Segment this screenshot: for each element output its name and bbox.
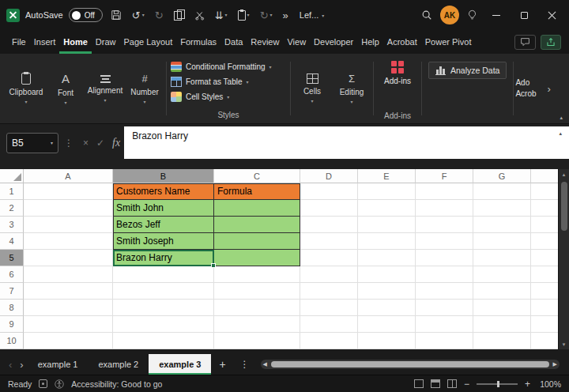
tab-draw[interactable]: Draw — [92, 30, 120, 54]
chevron-right-icon[interactable]: › — [545, 55, 552, 122]
page-layout-view-button[interactable] — [431, 379, 440, 388]
cell-F7[interactable] — [416, 283, 473, 300]
cell-E10[interactable] — [358, 333, 416, 349]
cell-B8[interactable] — [113, 300, 214, 316]
feedback-button[interactable] — [465, 8, 480, 22]
macro-record-icon[interactable] — [39, 379, 47, 388]
cell-E9[interactable] — [358, 316, 416, 333]
row-header-4[interactable]: 4 — [0, 233, 24, 250]
scroll-left-icon[interactable]: ◀ — [263, 361, 267, 368]
cell-B3[interactable]: Bezos Jeff — [113, 217, 214, 233]
search-button[interactable] — [419, 8, 435, 22]
cell-D5[interactable] — [300, 250, 358, 266]
formula-input[interactable]: Brazon Harry ▴ — [124, 126, 569, 159]
tab-data[interactable]: Data — [220, 30, 247, 54]
share-button[interactable] — [541, 35, 561, 50]
paste-button[interactable]: ▾ — [236, 9, 252, 22]
cell-B9[interactable] — [113, 316, 214, 333]
cell-E2[interactable] — [358, 200, 416, 217]
collapse-ribbon-icon[interactable]: ▴ — [560, 115, 563, 121]
cell-E3[interactable] — [358, 217, 416, 233]
cut-button[interactable] — [192, 9, 207, 22]
cell-G8[interactable] — [473, 300, 531, 316]
styles-item-cell-styles[interactable]: Cell Styles▾ — [171, 89, 286, 104]
scroll-down-icon[interactable]: ▼ — [559, 339, 569, 349]
styles-item-format-as-table[interactable]: Format as Table▾ — [171, 74, 286, 89]
cancel-entry-button[interactable]: × — [83, 138, 89, 149]
sheet-nav-left-icon[interactable]: ‹ — [5, 359, 16, 371]
cell-A8[interactable] — [24, 300, 113, 316]
cell-E8[interactable] — [358, 300, 416, 316]
analyze-data-button[interactable]: Analyze Data — [428, 62, 507, 79]
horizontal-scrollbar[interactable]: ◀ ▶ — [261, 360, 560, 369]
tab-file[interactable]: File — [8, 30, 30, 54]
cell-C3[interactable] — [214, 217, 300, 233]
cell-F8[interactable] — [416, 300, 473, 316]
cell-D2[interactable] — [300, 200, 358, 217]
horizontal-scroll-thumb[interactable] — [271, 361, 549, 368]
cell-C8[interactable] — [214, 300, 300, 316]
cell-D9[interactable] — [300, 316, 358, 333]
cell-A7[interactable] — [24, 283, 113, 300]
cell-C5[interactable] — [214, 250, 300, 266]
sheet-tab-example-1[interactable]: example 1 — [28, 354, 89, 375]
cell-C6[interactable] — [214, 266, 300, 283]
cell-D8[interactable] — [300, 300, 358, 316]
select-all-corner[interactable] — [0, 169, 24, 183]
ribbon-group-font[interactable]: AFont▾ — [46, 55, 85, 122]
excel-logo[interactable] — [6, 9, 20, 22]
sheet-nav-right-icon[interactable]: › — [16, 359, 27, 371]
tab-view[interactable]: View — [283, 30, 310, 54]
cell-F10[interactable] — [416, 333, 473, 349]
column-header-B[interactable]: B — [113, 169, 214, 183]
cell-G7[interactable] — [473, 283, 531, 300]
cell-D6[interactable] — [300, 266, 358, 283]
cell-F4[interactable] — [416, 233, 473, 250]
row-header-1[interactable]: 1 — [0, 183, 24, 200]
tab-acrobat[interactable]: Acrobat — [383, 30, 421, 54]
cell-E7[interactable] — [358, 283, 416, 300]
row-header-7[interactable]: 7 — [0, 283, 24, 300]
row-header-6[interactable]: 6 — [0, 266, 24, 283]
ribbon-group-alignment[interactable]: Alignment▾ — [85, 55, 125, 122]
vertical-scroll-thumb[interactable] — [561, 182, 567, 231]
ribbon-group-clipboard[interactable]: Clipboard▾ — [6, 55, 46, 122]
add-ins-button[interactable]: Add-ins — [384, 61, 411, 85]
row-header-3[interactable]: 3 — [0, 217, 24, 233]
zoom-slider[interactable] — [477, 383, 518, 385]
cell-E1[interactable] — [358, 183, 416, 200]
styles-item-conditional-formatting[interactable]: Conditional Formatting▾ — [171, 59, 286, 74]
ribbon-group-number[interactable]: #Number▾ — [125, 55, 164, 122]
formula-bar-expand-icon[interactable]: ▴ — [559, 130, 562, 137]
cell-F6[interactable] — [416, 266, 473, 283]
formula-bar-divider[interactable]: ⋮ — [64, 138, 73, 149]
sheet-tab-example-3[interactable]: example 3 — [149, 354, 211, 375]
ribbon-group-cells[interactable]: Cells▾ — [292, 55, 332, 122]
cell-C7[interactable] — [214, 283, 300, 300]
vertical-scrollbar[interactable]: ▲ ▼ — [558, 169, 569, 349]
normal-view-button[interactable] — [414, 379, 424, 388]
column-header-D[interactable]: D — [300, 169, 358, 183]
cell-F5[interactable] — [416, 250, 473, 266]
cell-B6[interactable] — [113, 266, 214, 283]
undo-button[interactable]: ↺▾ — [130, 9, 147, 22]
cell-C1[interactable]: Formula — [214, 183, 300, 200]
cell-B5[interactable]: Brazon Harry — [113, 250, 214, 266]
cell-C4[interactable] — [214, 233, 300, 250]
cell-A5[interactable] — [24, 250, 113, 266]
zoom-in-button[interactable]: + — [525, 379, 530, 389]
cell-B4[interactable]: Smith Joseph — [113, 233, 214, 250]
cell-E5[interactable] — [358, 250, 416, 266]
cell-F9[interactable] — [416, 316, 473, 333]
close-button[interactable] — [541, 0, 563, 30]
sheet-menu-button[interactable]: ⋮ — [234, 359, 256, 370]
insert-function-button[interactable]: fx — [112, 137, 120, 149]
cell-A3[interactable] — [24, 217, 113, 233]
column-header-A[interactable]: A — [24, 169, 113, 183]
cell-D3[interactable] — [300, 217, 358, 233]
add-sheet-button[interactable]: + — [211, 358, 233, 371]
page-break-view-button[interactable] — [447, 379, 457, 388]
repeat-button[interactable]: ↻▾ — [258, 9, 275, 22]
row-header-9[interactable]: 9 — [0, 316, 24, 333]
cell-G3[interactable] — [473, 217, 531, 233]
